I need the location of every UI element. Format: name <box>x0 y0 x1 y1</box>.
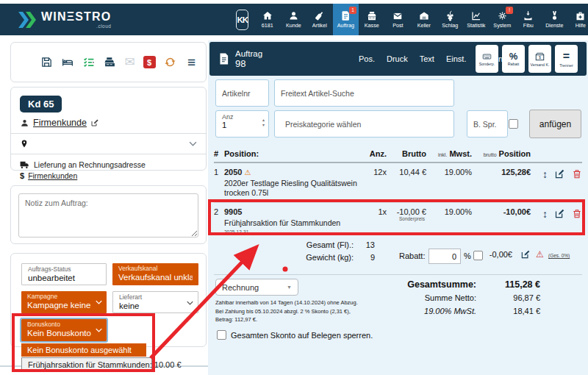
auftrags-status-field[interactable]: Auftrags-Status unbearbeitet <box>21 263 107 285</box>
nav-item-kasse[interactable]: Kasse <box>359 4 385 35</box>
order-note-card <box>10 185 207 244</box>
weight-total-value: 9 <box>359 253 375 262</box>
kampagne-select[interactable]: Kampagne Kampagne keine <box>21 291 107 313</box>
article-id[interactable]: 9905 <box>224 207 242 216</box>
customer-name-link[interactable]: Firmenkunde <box>33 118 87 128</box>
lodging-button[interactable] <box>61 56 74 68</box>
bspr-checkbox[interactable] <box>509 119 518 129</box>
warehouse-icon <box>418 10 430 21</box>
gesamt-rabatt-note[interactable]: (Ges. 0%) <box>548 253 570 258</box>
logo-subtext: .cloud <box>41 24 111 29</box>
refresh-icon <box>164 56 176 68</box>
chevron-down-icon <box>187 301 193 305</box>
edit-customer-icon[interactable] <box>90 118 99 127</box>
bottles-total-value: 13 <box>359 240 375 249</box>
payment-terms: Zahlbar innerhalb von 14 Tagen (14.10.20… <box>215 299 358 324</box>
bonuskonto-select[interactable]: Bonuskonto Kein Bonuskonto ausge <box>21 319 107 341</box>
cash-register-icon <box>104 56 116 68</box>
bottle-icon <box>314 10 325 21</box>
verkaufskanal-field[interactable]: Verkaufskanal Verkaufskanal unklar <box>112 263 198 285</box>
medal-icon <box>549 10 560 21</box>
edit-rabatt-icon[interactable] <box>520 249 531 260</box>
tab-text[interactable]: Text <box>420 54 434 63</box>
valid-until-date: 2025-12-31 <box>224 229 360 235</box>
artikelnr-input[interactable] <box>215 79 269 107</box>
bonus-option-fruehjahrsaktion[interactable]: Frühjahrsaktion für Stammkunden: 10.00 € <box>21 357 152 372</box>
position-row-2: 2 9905 Frühjahrsaktion für Stammkunden 2… <box>214 203 582 239</box>
chevron-down-icon <box>96 328 102 332</box>
tab-pos[interactable]: Pos. <box>359 54 375 63</box>
mail-button[interactable]: ✉ <box>124 56 135 68</box>
edit-position-icon[interactable] <box>554 168 565 179</box>
home-icon <box>262 10 273 21</box>
nav-item-home[interactable]: 6181 <box>254 4 281 35</box>
stepper-arrows-icon[interactable]: ▴▾ <box>262 118 265 128</box>
grapes-icon <box>445 10 456 21</box>
lieferart-select[interactable]: Lieferart keine <box>112 291 198 313</box>
main-nav: 6181 Kunde Artikel Auftrag 1 Kasse <box>254 4 588 35</box>
bspr-input[interactable] <box>467 110 508 138</box>
order-header: Auftrag 98 Pos. Druck Text Einst. Schein… <box>209 42 587 76</box>
winestro-logo[interactable]: WINΞSTRO .cloud <box>18 11 111 29</box>
special-price-icon: $ <box>143 56 156 68</box>
nav-item-keller[interactable]: Keller <box>411 4 437 35</box>
rabatt-input[interactable] <box>429 249 461 264</box>
nav-item-schlag[interactable]: Schlag <box>437 4 464 35</box>
rabatt-warning-icon: ⚠ <box>536 249 544 260</box>
nav-item-fibu[interactable]: Fibu <box>515 4 542 35</box>
nav-item-statistik[interactable]: Statistik <box>463 4 490 35</box>
tab-einst[interactable]: Einst. <box>446 54 467 63</box>
edit-position-icon[interactable] <box>554 208 565 219</box>
user-icon <box>288 10 299 21</box>
rabatt-amount: -0,00€ <box>483 250 512 259</box>
skonto-lock-checkbox[interactable] <box>217 330 226 340</box>
address-select[interactable] <box>11 133 206 154</box>
tab-druck[interactable]: Druck <box>387 54 408 63</box>
nav-item-kunde[interactable]: Kunde <box>281 4 307 35</box>
nav-item-hilfe[interactable]: Hilfe <box>567 4 588 35</box>
kk-account-button[interactable]: KK <box>236 10 248 30</box>
rabatt-checkbox[interactable] <box>473 251 483 260</box>
refresh-button[interactable] <box>164 56 176 68</box>
nav-item-system[interactable]: System ! <box>490 4 516 35</box>
delivery-note: Lieferung an Rechnungsadresse <box>34 160 146 169</box>
freitext-suche-input[interactable] <box>274 79 454 107</box>
delete-position-icon[interactable] <box>572 208 582 219</box>
payment-method-select[interactable]: Rechnung ▼ <box>215 279 298 296</box>
versandkosten-button[interactable]: $ Versand K. <box>528 45 551 73</box>
menu-icon[interactable]: ≡ <box>187 55 196 69</box>
nav-item-artikel[interactable]: Artikel <box>306 4 333 35</box>
sonderpreis-button[interactable]: Sonderp. <box>476 45 498 73</box>
nav-item-dienste[interactable]: Dienste <box>542 4 568 35</box>
bonus-option-none[interactable]: Kein Bonuskonto ausgewählt <box>21 343 146 357</box>
order-note-input[interactable] <box>18 193 198 238</box>
winestro-app: WINΞSTRO .cloud KK 6181 Kunde Artikel <box>0 0 588 375</box>
nav-item-auftrag[interactable]: Auftrag 1 <box>333 4 359 35</box>
gesamtsumme-label: Gesamtsumme: <box>384 278 476 291</box>
positions-table: # Position: Anz. Brutto inkl. Mwst. brut… <box>214 149 582 239</box>
order-doc-type: Auftrag <box>235 49 262 59</box>
special-price-button[interactable]: $ <box>143 56 156 68</box>
trenner-button[interactable]: = Trenner <box>555 45 578 73</box>
pick-list-button[interactable] <box>82 56 96 68</box>
anzahl-input[interactable] <box>222 121 244 129</box>
price-group-link[interactable]: Firmenkunden <box>28 171 77 180</box>
preiskategorie-input[interactable] <box>274 110 454 138</box>
order-toolbar: ✉ $ ≡ <box>10 42 207 82</box>
save-button[interactable] <box>40 56 53 68</box>
move-position-icon[interactable]: ↕ <box>542 169 548 179</box>
delete-position-icon[interactable] <box>572 168 582 179</box>
gesamtsumme-value: 115,28 € <box>476 278 540 291</box>
help-case-icon <box>575 10 586 21</box>
pick-list-icon <box>82 56 96 68</box>
bonuskonto-dropdown: Kein Bonuskonto ausgewählt Frühjahrsakti… <box>21 343 152 373</box>
anzahl-stepper[interactable]: Anz ▴▾ <box>215 110 269 138</box>
nav-item-post[interactable]: Post <box>385 4 412 35</box>
rabatt-button[interactable]: % Rabatt <box>502 45 525 73</box>
skonto-lock-label: Gesamten Skonto auf Belegen sperren. <box>231 331 373 340</box>
article-id[interactable]: 2050 <box>224 168 242 176</box>
move-position-icon[interactable]: ↕ <box>542 209 548 219</box>
sonderpreis-note: Sonderpreis <box>387 216 426 221</box>
register-button[interactable] <box>104 56 116 68</box>
anfuegen-button[interactable]: anfügen <box>529 110 581 138</box>
